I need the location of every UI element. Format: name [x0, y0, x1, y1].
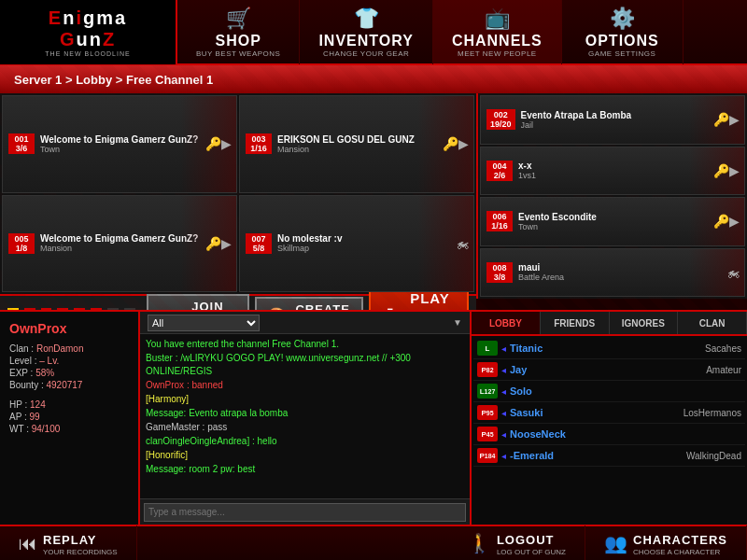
tab-ignores[interactable]: IGNORES	[610, 312, 679, 334]
play-icon: ▶	[729, 163, 740, 178]
user-item[interactable]: P 82 ◂ Jay Amateur	[473, 359, 745, 381]
room-number: 006 1/16	[486, 211, 513, 231]
room-number: 004 2/6	[486, 161, 513, 181]
chat-message: [Honorific]	[146, 449, 464, 462]
user-item[interactable]: L 127 ◂ Solo	[473, 381, 745, 402]
inventory-icon: 👕	[354, 7, 379, 31]
room-number: 003 1/16	[246, 133, 272, 154]
logout-button[interactable]: 🚶 LOGOUT LOG OUT OF GUNZ	[449, 525, 585, 560]
logout-label: LOGOUT	[497, 533, 555, 547]
room-item-001[interactable]: 001 3/6 Welcome to Enigma Gamerz GunZ? T…	[2, 95, 237, 193]
room-list-right: 002 19/20 Evento Atrapa La Bomba Jail 🔑 …	[476, 93, 747, 299]
user-clan: LosHermanos	[684, 408, 741, 418]
chat-input-area	[140, 498, 470, 525]
nav-shop-label: SHOP	[216, 33, 261, 49]
user-name: Titanic	[510, 343, 701, 354]
player-ap: AP : 99	[9, 412, 129, 422]
app-layout: Enigma GunZ THE NEW BLOODLINE 🛒 SHOP BUY…	[0, 0, 747, 560]
room-item-005[interactable]: 005 1/8 Welcome to Enigma Gamerz GunZ? M…	[2, 195, 237, 293]
user-name: -Emerald	[510, 450, 683, 461]
lock-icon: 🔑	[205, 236, 221, 251]
play-icon: 🏍	[456, 236, 469, 251]
header: Enigma GunZ THE NEW BLOODLINE 🛒 SHOP BUY…	[0, 0, 747, 65]
user-arrow-icon: ◂	[501, 365, 506, 375]
room-item-002[interactable]: 002 19/20 Evento Atrapa La Bomba Jail 🔑 …	[480, 95, 745, 145]
tab-lobby[interactable]: LOBBY	[472, 312, 541, 334]
user-list-panel: LOBBY FRIENDS IGNORES CLAN L ◂ Titanic S…	[472, 312, 747, 525]
play-icon: 🏍	[726, 265, 740, 280]
user-clan: Amateur	[706, 365, 741, 375]
play-icon: ▶	[221, 236, 232, 251]
nav-shop[interactable]: 🛒 SHOP BUY BEST WEAPONS	[177, 0, 300, 64]
nav-options[interactable]: ⚙️ OPTIONS GAME SETTINGS	[562, 0, 684, 64]
nav-inventory-sub: CHANGE YOUR GEAR	[323, 49, 409, 58]
room-number: 008 3/8	[486, 262, 513, 283]
play-icon: ▶	[729, 112, 740, 127]
room-number: 002 19/20	[486, 109, 515, 130]
room-number: 001 3/6	[8, 133, 35, 154]
user-clan: WalkingDead	[686, 451, 741, 461]
chat-filter-select[interactable]: All Lobby Whisper	[148, 315, 260, 331]
chat-message: Message: room 2 pw: best	[146, 463, 464, 476]
player-wt: WT : 94/100	[9, 424, 129, 434]
chat-message: Buster : /wLIRYKU GOGO PLAY! www.univers…	[146, 352, 464, 378]
chat-area: All Lobby Whisper ▼ You have entered the…	[140, 312, 472, 525]
lock-icon: 🔑	[713, 163, 729, 178]
player-name: OwnProx	[9, 321, 129, 336]
scroll-indicator: ▼	[453, 317, 462, 328]
channels-icon: 📺	[485, 7, 510, 31]
chat-input[interactable]	[144, 503, 466, 522]
characters-sub: CHOOSE A CHARACTER	[633, 548, 727, 556]
user-name: NooseNeck	[510, 428, 738, 440]
chat-message: GameMaster : pass	[146, 421, 464, 434]
nav-options-label: OPTIONS	[585, 33, 659, 49]
room-item-004[interactable]: 004 2/6 x-x 1vs1 🔑 ▶	[480, 147, 745, 196]
shop-icon: 🛒	[226, 7, 251, 31]
user-badge: P 45	[477, 427, 498, 441]
user-name: Solo	[510, 385, 738, 397]
room-item-007[interactable]: 007 5/8 No molestar :v Skillmap 🏍	[239, 195, 474, 293]
user-name: Sasuki	[510, 407, 680, 418]
user-item[interactable]: P 184 ◂ -Emerald WalkingDead	[473, 445, 745, 467]
user-arrow-icon: ◂	[501, 408, 506, 418]
nav-inventory[interactable]: 👕 INVENTORY CHANGE YOUR GEAR	[300, 0, 432, 64]
characters-button[interactable]: 👥 CHARACTERS CHOOSE A CHARACTER	[585, 525, 747, 560]
user-arrow-icon: ◂	[501, 429, 506, 440]
chat-message: Message: Evento atrapa la bomba	[146, 407, 464, 420]
user-item[interactable]: P 45 ◂ NooseNeck	[473, 424, 745, 445]
replay-icon: ⏮	[19, 533, 37, 554]
play-icon: ▶	[458, 136, 469, 151]
lock-icon: 🔑	[713, 112, 729, 127]
player-level: Level : – Lv.	[9, 356, 129, 366]
lock-icon: 🔑	[443, 136, 458, 151]
chat-messages: You have entered the channel Free Channe…	[140, 334, 470, 498]
chat-message: OwnProx : banned	[146, 379, 464, 392]
user-item[interactable]: P 95 ◂ Sasuki LosHermanos	[473, 402, 745, 424]
logout-sub: LOG OUT OF GUNZ	[497, 548, 566, 556]
options-icon: ⚙️	[610, 7, 635, 31]
tab-clan[interactable]: CLAN	[678, 312, 747, 334]
rooms-wrapper: 001 3/6 Welcome to Enigma Gamerz GunZ? T…	[0, 93, 747, 336]
replay-sub: YOUR RECORDINGS	[43, 548, 118, 556]
chat-message: [Harmony]	[146, 393, 464, 406]
player-info-panel: OwnProx Clan : RonDamon Level : – Lv. EX…	[0, 312, 140, 525]
footer: ⏮ REPLAY YOUR RECORDINGS 🚶 LOGOUT LOG OU…	[0, 525, 747, 560]
room-item-006[interactable]: 006 1/16 Evento Escondite Town 🔑 ▶	[480, 197, 745, 246]
characters-icon: 👥	[604, 532, 627, 554]
user-badge: P 82	[477, 362, 498, 377]
chat-filter-bar: All Lobby Whisper ▼	[140, 312, 470, 334]
user-arrow-icon: ◂	[501, 451, 506, 461]
user-list-items: L ◂ Titanic Sacahes P 82 ◂ Jay Amateur	[472, 336, 747, 525]
user-item[interactable]: L ◂ Titanic Sacahes	[473, 338, 745, 359]
breadcrumb: Server 1 > Lobby > Free Channel 1	[0, 65, 747, 93]
bottom-area: OwnProx Clan : RonDamon Level : – Lv. EX…	[0, 310, 747, 525]
replay-label: REPLAY	[43, 533, 97, 547]
nav-channels[interactable]: 📺 CHANNELS MEET NEW PEOPLE	[433, 0, 562, 64]
chat-message: clanOingleOingleAndrea] : hello	[146, 435, 464, 448]
room-item-003[interactable]: 003 1/16 ERIKSON EL GOSU DEL GUNZ Mansio…	[239, 95, 474, 193]
replay-button[interactable]: ⏮ REPLAY YOUR RECORDINGS	[0, 525, 137, 560]
tab-friends[interactable]: FRIENDS	[541, 312, 610, 334]
user-arrow-icon: ◂	[501, 386, 506, 397]
room-item-008[interactable]: 008 3/8 maui Battle Arena 🏍	[480, 248, 745, 298]
play-icon: ▶	[729, 214, 740, 229]
